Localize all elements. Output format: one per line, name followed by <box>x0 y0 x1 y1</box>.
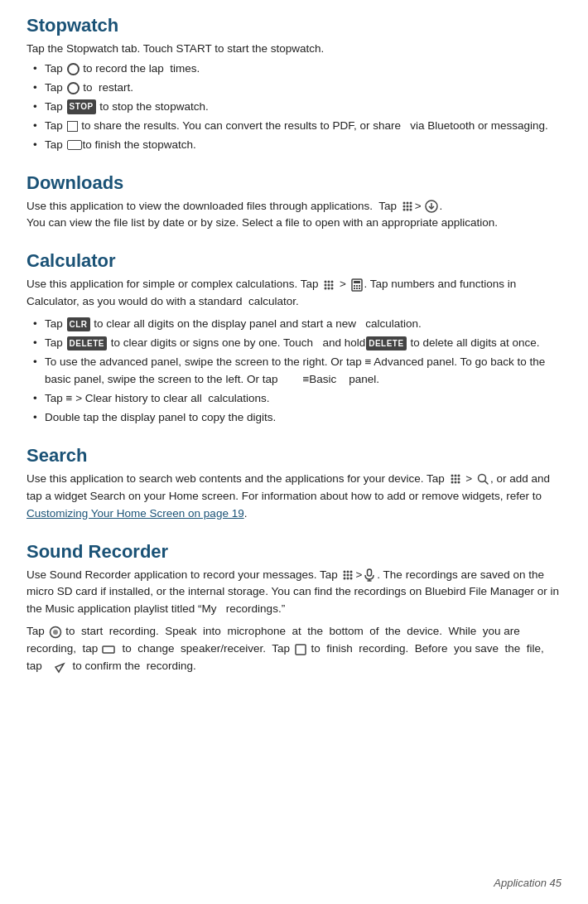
svg-point-39 <box>344 570 346 573</box>
svg-point-2 <box>409 201 412 204</box>
stopwatch-title: Stopwatch <box>27 15 561 36</box>
calc-bullet-5: Double tap the display panel to copy the… <box>33 409 561 427</box>
svg-point-12 <box>328 280 330 283</box>
page-footer: Application 45 <box>494 877 561 889</box>
svg-point-5 <box>409 205 412 207</box>
svg-rect-53 <box>103 646 114 653</box>
grid-icon <box>401 200 414 213</box>
svg-point-41 <box>350 570 353 573</box>
svg-point-36 <box>457 481 460 484</box>
svg-point-17 <box>325 287 327 289</box>
stop-badge: STOP <box>67 99 96 114</box>
delete-hold-badge: DELETE <box>366 336 406 351</box>
svg-point-6 <box>402 208 405 210</box>
downloads-body: Use this application to view the downloa… <box>27 198 561 233</box>
confirm-icon <box>52 660 65 674</box>
back-icon <box>67 140 82 150</box>
svg-point-42 <box>344 573 346 576</box>
svg-point-28 <box>451 475 453 477</box>
calculator-intro: Use this application for simple or compl… <box>27 276 561 311</box>
calc-bullet-2: Tap DELETE to clear digits or signs one … <box>33 335 561 352</box>
share-icon <box>67 121 78 132</box>
svg-point-19 <box>331 287 334 289</box>
page-number: Application 45 <box>494 877 561 889</box>
grid-icon-search <box>449 472 462 486</box>
svg-point-46 <box>347 577 349 579</box>
search-title: Search <box>27 445 561 467</box>
microphone-icon <box>363 568 376 582</box>
svg-point-13 <box>331 280 334 283</box>
delete-badge: DELETE <box>67 336 107 351</box>
svg-point-18 <box>328 287 330 289</box>
calculator-section: Calculator Use this application for simp… <box>27 250 561 426</box>
svg-point-15 <box>328 283 330 286</box>
stopwatch-bullet-4: Tap to share the results. You can conver… <box>33 118 561 135</box>
svg-point-11 <box>325 280 327 283</box>
sound-recorder-text-2: Tap to start recording. Speak into micro… <box>27 623 561 675</box>
search-magnifier-icon <box>476 472 489 486</box>
stopwatch-intro-text: Tap the Stopwatch tab. Touch START to st… <box>27 41 561 58</box>
calc-bullet-4: Tap ≡ > Clear history to clear all calcu… <box>33 390 561 408</box>
speaker-icon <box>102 643 115 656</box>
search-section: Search Use this application to search we… <box>27 445 561 523</box>
calculator-title: Calculator <box>27 250 561 272</box>
svg-rect-24 <box>359 285 360 287</box>
clr-badge: CLR <box>67 317 90 332</box>
lap-icon <box>67 63 80 75</box>
svg-line-38 <box>484 481 488 485</box>
svg-rect-23 <box>356 285 358 287</box>
svg-rect-26 <box>356 288 358 289</box>
svg-rect-27 <box>359 288 360 289</box>
svg-point-7 <box>406 208 408 210</box>
sound-recorder-title: Sound Recorder <box>27 541 561 563</box>
svg-marker-55 <box>55 664 64 672</box>
downloads-section: Downloads Use this application to view t… <box>27 172 561 233</box>
stopwatch-section: Stopwatch Tap the Stopwatch tab. Touch S… <box>27 15 561 154</box>
svg-rect-22 <box>354 285 355 287</box>
svg-point-31 <box>451 478 453 481</box>
sound-recorder-text-1: Use Sound Recorder application to record… <box>27 567 561 619</box>
stopwatch-bullet-2: Tap to restart. <box>33 80 561 97</box>
svg-point-35 <box>454 481 456 484</box>
stopwatch-bullet-5: Tap to finish the stopwatch. <box>33 137 561 154</box>
svg-rect-54 <box>296 645 306 655</box>
calc-bullet-1: Tap CLR to clear all digits on the displ… <box>33 316 561 333</box>
svg-point-47 <box>350 577 353 579</box>
record-button-icon <box>49 626 62 639</box>
stopwatch-bullet-3: Tap STOP to stop the stopwatch. <box>33 99 561 116</box>
svg-point-16 <box>331 283 334 286</box>
stop-button-icon <box>294 643 307 656</box>
sound-recorder-body: Use Sound Recorder application to record… <box>27 567 561 676</box>
search-text: Use this application to search web conte… <box>27 471 561 523</box>
calc-bullet-3: To use the advanced panel, swipe the scr… <box>33 354 561 389</box>
svg-point-45 <box>344 577 346 579</box>
svg-rect-21 <box>354 281 360 283</box>
grid-icon-recorder <box>341 568 354 582</box>
svg-point-32 <box>454 478 456 481</box>
svg-point-40 <box>347 570 349 573</box>
svg-point-33 <box>457 478 460 481</box>
svg-point-43 <box>347 573 349 576</box>
restart-icon <box>67 82 80 94</box>
svg-rect-25 <box>354 288 355 289</box>
svg-point-14 <box>325 283 327 286</box>
stopwatch-intro: Tap the Stopwatch tab. Touch START to st… <box>27 41 561 154</box>
downloads-icon <box>425 200 438 213</box>
grid-icon-calc <box>322 278 335 292</box>
search-body: Use this application to search web conte… <box>27 471 561 523</box>
svg-point-3 <box>402 205 405 207</box>
svg-point-30 <box>457 475 460 477</box>
svg-point-29 <box>454 475 456 477</box>
sound-recorder-section: Sound Recorder Use Sound Recorder applic… <box>27 541 561 676</box>
svg-rect-48 <box>368 569 372 576</box>
customizing-link[interactable]: Customizing Your Home Screen on page 19 <box>27 507 244 520</box>
svg-point-1 <box>406 201 408 204</box>
svg-point-0 <box>402 201 405 204</box>
svg-point-8 <box>409 208 412 210</box>
calculator-bullets: Tap CLR to clear all digits on the displ… <box>27 316 561 427</box>
calculator-app-icon <box>350 278 364 292</box>
svg-point-52 <box>53 630 58 635</box>
stopwatch-bullets: Tap to record the lap times. Tap to rest… <box>27 60 561 154</box>
calculator-body: Use this application for simple or compl… <box>27 276 561 426</box>
svg-point-44 <box>350 573 353 576</box>
